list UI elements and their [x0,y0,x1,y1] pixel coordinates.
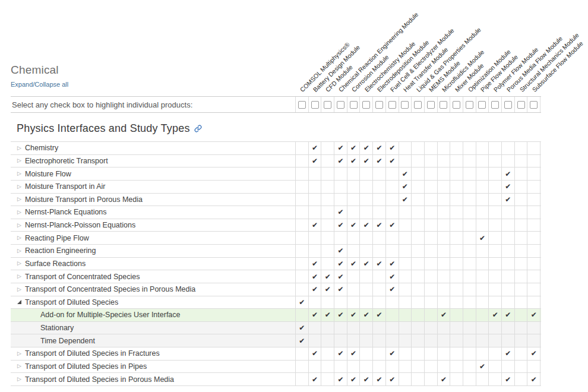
check-cell [359,361,372,373]
check-cell [463,258,476,270]
product-checkbox[interactable] [427,101,435,109]
checkmark-icon: ✔ [376,222,382,229]
check-cell [372,347,385,360]
table-row[interactable]: ▷Reaction Engineering✔ [11,245,541,258]
product-checkbox[interactable] [530,101,538,109]
check-cell [476,347,489,360]
product-checkbox[interactable] [440,101,447,109]
table-row[interactable]: ▷Moisture Transport in Air✔✔ [11,181,541,194]
check-cell [527,206,540,219]
table-row[interactable]: ▷Nernst-Planck Equations✔ [11,206,541,219]
product-checkbox[interactable] [466,101,473,109]
check-cell [488,373,501,385]
table-row[interactable]: ▷Surface Reactions✔✔✔✔✔✔ [11,258,541,271]
check-cell: ✔ [527,309,540,321]
expander-collapsed-icon[interactable]: ▷ [16,146,23,151]
product-checkbox[interactable] [298,101,306,109]
check-cell: ✔ [359,155,372,167]
check-cell: ✔ [359,373,372,385]
expand-collapse-link[interactable]: Expand/Collapse all [11,81,68,88]
check-cell: ✔ [347,219,360,232]
expander-collapsed-icon[interactable]: ▷ [16,210,23,215]
check-cell [476,155,489,167]
check-cell [501,219,514,232]
expander-collapsed-icon[interactable]: ▷ [16,363,23,369]
check-cell [501,206,514,219]
product-checkbox[interactable] [324,101,331,109]
table-row[interactable]: ▷Moisture Transport in Porous Media✔✔ [11,194,541,207]
table-row[interactable]: ▷Transport of Diluted Species in Fractur… [11,347,541,361]
expander-collapsed-icon[interactable]: ▷ [16,158,23,163]
checkmark-icon: ✔ [376,260,382,267]
checkmark-icon: ✔ [441,311,447,318]
checkmark-icon: ✔ [505,311,511,318]
check-cell [308,322,321,334]
table-row[interactable]: ▷Transport of Diluted Species in Pipes✔ [11,361,541,374]
check-cell: ✔ [308,219,321,232]
check-cell [501,296,514,309]
check-cell [527,283,540,296]
check-cell [372,206,385,219]
product-checkbox[interactable] [491,101,499,109]
physics-interfaces-matrix: ▷Chemistry✔✔✔✔✔✔▷Electrophoretic Transpo… [11,141,541,386]
triangle-collapsed-icon: ▷ [17,223,21,228]
check-cell [321,167,334,180]
expander-collapsed-icon[interactable]: ▷ [16,287,23,292]
product-checkbox[interactable] [453,101,460,109]
check-cell [501,232,514,244]
expander-expanded-icon[interactable] [16,300,23,304]
table-row[interactable]: ▷Electrophoretic Transport✔✔✔✔✔✔ [11,155,541,168]
product-checkbox[interactable] [337,101,344,109]
checkmark-icon: ✔ [531,311,537,318]
expander-collapsed-icon[interactable]: ▷ [16,377,23,382]
product-checkbox[interactable] [311,101,319,109]
product-checkbox[interactable] [414,101,422,109]
row-grid: ✔ [295,334,540,347]
product-checkbox[interactable] [401,101,409,109]
expander-collapsed-icon[interactable]: ▷ [16,261,23,266]
table-row[interactable]: ▷Reacting Pipe Flow✔ [11,232,541,245]
check-cell: ✔ [476,232,489,244]
check-cell [514,334,527,347]
product-checkbox-cell [437,97,450,112]
product-checkbox[interactable] [362,101,370,109]
checkmark-icon: ✔ [363,260,369,267]
expander-collapsed-icon[interactable]: ▷ [16,197,23,202]
expander-collapsed-icon[interactable]: ▷ [16,223,23,228]
check-cell [295,167,308,180]
check-cell [359,181,372,193]
check-cell [424,232,437,244]
check-cell [488,219,501,232]
product-checkbox[interactable] [350,101,358,109]
table-row[interactable]: ▷Transport of Concentrated Species✔✔✔✔ [11,270,541,283]
check-cell [450,270,463,283]
check-cell [463,194,476,206]
check-cell [385,334,399,347]
table-row[interactable]: Transport of Diluted Species✔ [11,296,541,309]
check-cell [411,206,424,219]
table-row[interactable]: ▷Moisture Flow✔✔ [11,167,541,181]
permalink-icon[interactable] [194,125,202,132]
table-row[interactable]: ▷Transport of Concentrated Species in Po… [11,283,541,296]
triangle-collapsed-icon: ▷ [17,261,21,266]
table-row[interactable]: ▷Nernst-Planck-Poisson Equations✔✔✔✔✔✔ [11,219,541,232]
product-checkbox[interactable] [375,101,383,109]
expander-collapsed-icon[interactable]: ▷ [16,274,23,279]
expander-collapsed-icon[interactable]: ▷ [16,248,23,254]
check-cell [514,167,527,180]
table-row[interactable]: Add-on for Multiple-Species User Interfa… [11,309,541,322]
expander-collapsed-icon[interactable]: ▷ [16,235,23,241]
table-row[interactable]: Time Dependent✔ [11,334,541,347]
table-row[interactable]: ▷Transport of Diluted Species in Porous … [11,373,541,386]
table-row[interactable]: ▷Chemistry✔✔✔✔✔✔ [11,142,541,155]
product-checkbox[interactable] [517,101,525,109]
expander-collapsed-icon[interactable]: ▷ [16,184,23,189]
product-checkbox[interactable] [478,101,486,109]
expander-collapsed-icon[interactable]: ▷ [16,351,23,356]
product-checkbox[interactable] [388,101,396,109]
table-row[interactable]: Stationary✔ [11,322,541,335]
product-checkbox[interactable] [504,101,512,109]
expander-collapsed-icon[interactable]: ▷ [16,171,23,176]
check-cell [450,155,463,167]
product-checkbox-cell [372,97,385,112]
